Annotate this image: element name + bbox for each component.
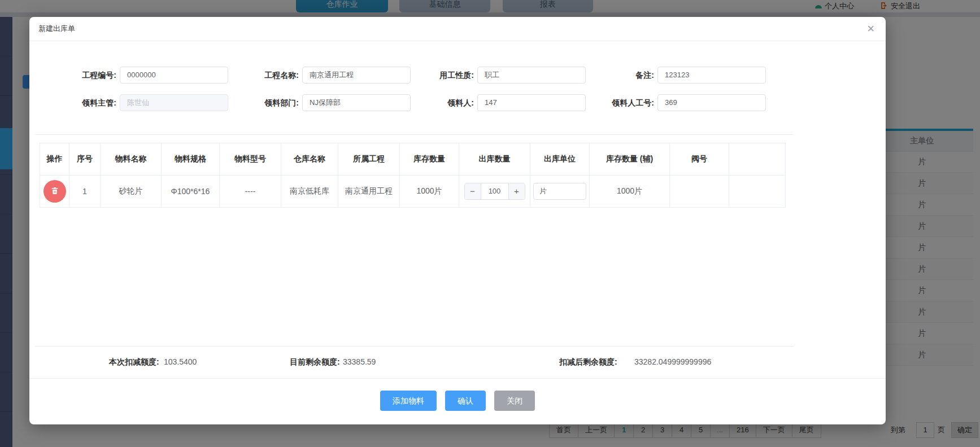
cell-stock-aux: 1000片	[590, 176, 670, 208]
modal-footer: 添加物料 确认 关闭	[29, 391, 886, 411]
deduction-amount-label: 本次扣减额度:	[109, 353, 159, 370]
field-label: 工程编号:	[49, 67, 120, 84]
material-picker-input[interactable]: 147	[477, 94, 586, 111]
col-material-model: 物料型号	[220, 143, 281, 176]
unit-input[interactable]: 片	[533, 183, 586, 200]
col-empty	[729, 143, 786, 176]
screen: 仓库作业 基础信息 报表 个人中心 安全退出 主单位 片 片	[0, 0, 980, 447]
col-material-spec: 物料规格	[162, 143, 220, 176]
project-code-input[interactable]: 0000000	[120, 67, 228, 84]
remark-input[interactable]: 123123	[657, 67, 766, 84]
col-warehouse-name: 仓库名称	[281, 143, 338, 176]
close-icon[interactable]: ×	[867, 21, 874, 36]
field-label: 领料人:	[406, 94, 477, 111]
field-label: 工程名称:	[231, 67, 302, 84]
col-project: 所属工程	[338, 143, 400, 176]
balance-after-deduction-value: 33282.049999999996	[634, 353, 711, 370]
field-material-picker: 领料人: 147	[406, 94, 586, 111]
field-project-name: 工程名称: 南京通用工程	[231, 67, 411, 84]
cell-index: 1	[69, 176, 101, 208]
cell-outbound-unit: 片	[530, 176, 590, 208]
col-stock-qty-aux: 库存数量 (辅)	[590, 143, 670, 176]
cell-material-spec: Φ100*6*16	[162, 176, 220, 208]
balance-after-deduction-label: 扣减后剩余额度:	[559, 353, 617, 370]
confirm-button[interactable]: 确认	[445, 391, 486, 411]
field-material-supervisor: 领料主管: 陈世仙	[49, 94, 228, 111]
labor-type-input[interactable]: 职工	[477, 67, 586, 84]
cell-material-model: ----	[220, 176, 281, 208]
cell-outbound-qty: − 100 +	[459, 176, 530, 208]
col-valve-no: 阀号	[670, 143, 729, 176]
col-index: 序号	[69, 143, 101, 176]
stepper-minus-button[interactable]: −	[465, 183, 481, 199]
cell-project: 南京通用工程	[338, 176, 400, 208]
current-balance-label: 目前剩余额度:	[290, 353, 340, 370]
field-label: 领料主管:	[49, 94, 120, 111]
footer-divider	[29, 378, 886, 379]
project-name-input[interactable]: 南京通用工程	[302, 67, 411, 84]
deduction-amount-value: 103.5400	[164, 353, 197, 370]
current-balance-value: 33385.59	[343, 353, 376, 370]
trash-icon	[50, 186, 59, 197]
field-labor-type: 用工性质: 职工	[406, 67, 586, 84]
cell-stock: 1000片	[400, 176, 459, 208]
col-outbound-unit: 出库单位	[530, 143, 590, 176]
table-header-row: 操作 序号 物料名称 物料规格 物料型号 仓库名称 所属工程 库存数量 出库数量…	[40, 143, 786, 176]
field-project-code: 工程编号: 0000000	[49, 67, 228, 84]
col-operation: 操作	[40, 143, 69, 176]
stepper-value-input[interactable]: 100	[481, 183, 508, 199]
stepper-plus-button[interactable]: +	[508, 183, 525, 199]
quantity-stepper: − 100 +	[464, 183, 525, 200]
material-row: 1 砂轮片 Φ100*6*16 ---- 南京低耗库 南京通用工程 1000片 …	[40, 176, 786, 208]
field-label: 领料部门:	[231, 94, 302, 111]
modal-title: 新建出库单	[29, 17, 886, 41]
col-outbound-qty: 出库数量	[459, 143, 530, 176]
delete-row-button[interactable]	[43, 180, 66, 203]
cell-valve-no	[670, 176, 729, 208]
field-picker-employee-id: 领料人工号: 369	[586, 94, 766, 111]
field-material-department: 领料部门: NJ保障部	[231, 94, 411, 111]
close-button[interactable]: 关闭	[494, 391, 535, 411]
cell-operation	[40, 176, 69, 208]
field-label: 用工性质:	[406, 67, 477, 84]
material-department-input[interactable]: NJ保障部	[302, 94, 411, 111]
picker-employee-id-input[interactable]: 369	[657, 94, 766, 111]
material-supervisor-input: 陈世仙	[120, 94, 228, 111]
field-label: 备注:	[586, 67, 657, 84]
add-material-button[interactable]: 添加物料	[380, 391, 437, 411]
materials-table: 操作 序号 物料名称 物料规格 物料型号 仓库名称 所属工程 库存数量 出库数量…	[40, 143, 786, 208]
cell-empty	[729, 176, 786, 208]
cell-warehouse: 南京低耗库	[281, 176, 338, 208]
col-material-name: 物料名称	[101, 143, 162, 176]
cell-material-name: 砂轮片	[101, 176, 162, 208]
field-label: 领料人工号:	[586, 94, 657, 111]
field-remark: 备注: 123123	[586, 67, 766, 84]
col-stock-qty: 库存数量	[400, 143, 459, 176]
materials-table-container: 操作 序号 物料名称 物料规格 物料型号 仓库名称 所属工程 库存数量 出库数量…	[35, 134, 794, 347]
new-outbound-order-modal: 新建出库单 × 工程编号: 0000000 工程名称: 南京通用工程 用工性质:…	[29, 17, 886, 424]
